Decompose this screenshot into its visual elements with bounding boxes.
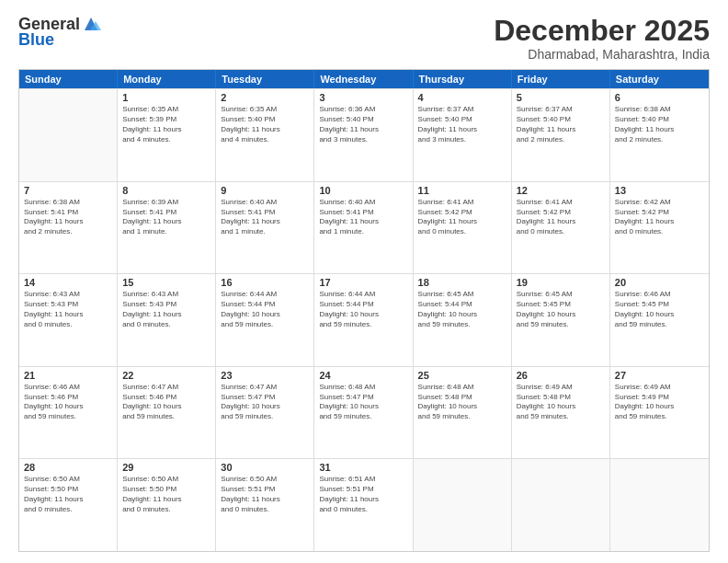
cell-info: Sunrise: 6:38 AMSunset: 5:40 PMDaylight:… bbox=[615, 105, 704, 144]
cell-info: Sunrise: 6:50 AMSunset: 5:50 PMDaylight:… bbox=[122, 475, 210, 514]
calendar-cell: 13Sunrise: 6:42 AMSunset: 5:42 PMDayligh… bbox=[610, 182, 709, 274]
calendar-cell: 7Sunrise: 6:38 AMSunset: 5:41 PMDaylight… bbox=[19, 182, 118, 274]
cell-info: Sunrise: 6:40 AMSunset: 5:41 PMDaylight:… bbox=[319, 198, 407, 237]
calendar-row-1: 1Sunrise: 6:35 AMSunset: 5:39 PMDaylight… bbox=[19, 88, 709, 181]
calendar-cell: 12Sunrise: 6:41 AMSunset: 5:42 PMDayligh… bbox=[512, 182, 610, 274]
calendar-cell bbox=[512, 459, 610, 551]
calendar-cell: 27Sunrise: 6:49 AMSunset: 5:49 PMDayligh… bbox=[610, 367, 709, 459]
logo: General Blue bbox=[18, 15, 101, 50]
header-day-thursday: Thursday bbox=[414, 70, 512, 88]
day-number: 10 bbox=[319, 185, 407, 196]
header-day-saturday: Saturday bbox=[610, 70, 709, 88]
calendar-cell: 10Sunrise: 6:40 AMSunset: 5:41 PMDayligh… bbox=[314, 182, 413, 274]
day-number: 30 bbox=[221, 462, 309, 473]
logo-icon bbox=[81, 14, 101, 34]
day-number: 9 bbox=[221, 185, 309, 196]
header-day-friday: Friday bbox=[512, 70, 610, 88]
cell-info: Sunrise: 6:51 AMSunset: 5:51 PMDaylight:… bbox=[319, 475, 407, 514]
day-number: 31 bbox=[319, 462, 407, 473]
day-number: 12 bbox=[517, 185, 605, 196]
calendar-cell bbox=[19, 89, 118, 181]
day-number: 11 bbox=[418, 185, 506, 196]
day-number: 2 bbox=[221, 92, 309, 103]
calendar-cell: 14Sunrise: 6:43 AMSunset: 5:43 PMDayligh… bbox=[19, 274, 118, 366]
day-number: 19 bbox=[517, 277, 605, 288]
cell-info: Sunrise: 6:36 AMSunset: 5:40 PMDaylight:… bbox=[319, 105, 407, 144]
day-number: 18 bbox=[418, 277, 506, 288]
calendar-cell: 25Sunrise: 6:48 AMSunset: 5:48 PMDayligh… bbox=[414, 367, 512, 459]
calendar-row-2: 7Sunrise: 6:38 AMSunset: 5:41 PMDaylight… bbox=[19, 181, 709, 274]
calendar-cell: 9Sunrise: 6:40 AMSunset: 5:41 PMDaylight… bbox=[216, 182, 314, 274]
calendar-cell: 19Sunrise: 6:45 AMSunset: 5:45 PMDayligh… bbox=[512, 274, 610, 366]
calendar-cell bbox=[414, 459, 512, 551]
cell-info: Sunrise: 6:37 AMSunset: 5:40 PMDaylight:… bbox=[517, 105, 605, 144]
calendar-cell: 29Sunrise: 6:50 AMSunset: 5:50 PMDayligh… bbox=[118, 459, 216, 551]
cell-info: Sunrise: 6:50 AMSunset: 5:51 PMDaylight:… bbox=[221, 475, 309, 514]
day-number: 23 bbox=[221, 370, 309, 381]
day-number: 4 bbox=[418, 92, 506, 103]
day-number: 7 bbox=[24, 185, 112, 196]
title-block: December 2025 Dharmabad, Maharashtra, In… bbox=[494, 15, 710, 62]
calendar: SundayMondayTuesdayWednesdayThursdayFrid… bbox=[18, 69, 710, 552]
cell-info: Sunrise: 6:39 AMSunset: 5:41 PMDaylight:… bbox=[122, 198, 210, 237]
calendar-cell: 31Sunrise: 6:51 AMSunset: 5:51 PMDayligh… bbox=[314, 459, 413, 551]
calendar-cell: 18Sunrise: 6:45 AMSunset: 5:44 PMDayligh… bbox=[414, 274, 512, 366]
cell-info: Sunrise: 6:38 AMSunset: 5:41 PMDaylight:… bbox=[24, 198, 112, 237]
cell-info: Sunrise: 6:46 AMSunset: 5:46 PMDaylight:… bbox=[24, 383, 112, 422]
calendar-cell: 30Sunrise: 6:50 AMSunset: 5:51 PMDayligh… bbox=[216, 459, 314, 551]
calendar-cell bbox=[610, 459, 709, 551]
cell-info: Sunrise: 6:41 AMSunset: 5:42 PMDaylight:… bbox=[517, 198, 605, 237]
calendar-header: SundayMondayTuesdayWednesdayThursdayFrid… bbox=[19, 70, 709, 88]
cell-info: Sunrise: 6:46 AMSunset: 5:45 PMDaylight:… bbox=[615, 290, 704, 329]
calendar-cell: 6Sunrise: 6:38 AMSunset: 5:40 PMDaylight… bbox=[610, 89, 709, 181]
cell-info: Sunrise: 6:37 AMSunset: 5:40 PMDaylight:… bbox=[418, 105, 506, 144]
calendar-cell: 21Sunrise: 6:46 AMSunset: 5:46 PMDayligh… bbox=[19, 367, 118, 459]
calendar-row-4: 21Sunrise: 6:46 AMSunset: 5:46 PMDayligh… bbox=[19, 366, 709, 459]
calendar-cell: 20Sunrise: 6:46 AMSunset: 5:45 PMDayligh… bbox=[610, 274, 709, 366]
calendar-cell: 26Sunrise: 6:49 AMSunset: 5:48 PMDayligh… bbox=[512, 367, 610, 459]
calendar-cell: 23Sunrise: 6:47 AMSunset: 5:47 PMDayligh… bbox=[216, 367, 314, 459]
day-number: 17 bbox=[319, 277, 407, 288]
day-number: 3 bbox=[319, 92, 407, 103]
cell-info: Sunrise: 6:35 AMSunset: 5:39 PMDaylight:… bbox=[122, 105, 210, 144]
calendar-row-5: 28Sunrise: 6:50 AMSunset: 5:50 PMDayligh… bbox=[19, 458, 709, 551]
day-number: 27 bbox=[615, 370, 704, 381]
calendar-cell: 2Sunrise: 6:35 AMSunset: 5:40 PMDaylight… bbox=[216, 89, 314, 181]
calendar-cell: 16Sunrise: 6:44 AMSunset: 5:44 PMDayligh… bbox=[216, 274, 314, 366]
cell-info: Sunrise: 6:49 AMSunset: 5:49 PMDaylight:… bbox=[615, 383, 704, 422]
calendar-cell: 4Sunrise: 6:37 AMSunset: 5:40 PMDaylight… bbox=[414, 89, 512, 181]
cell-info: Sunrise: 6:49 AMSunset: 5:48 PMDaylight:… bbox=[517, 383, 605, 422]
calendar-cell: 5Sunrise: 6:37 AMSunset: 5:40 PMDaylight… bbox=[512, 89, 610, 181]
calendar-cell: 15Sunrise: 6:43 AMSunset: 5:43 PMDayligh… bbox=[118, 274, 216, 366]
day-number: 16 bbox=[221, 277, 309, 288]
day-number: 13 bbox=[615, 185, 704, 196]
header: General Blue December 2025 Dharmabad, Ma… bbox=[18, 15, 710, 62]
day-number: 5 bbox=[517, 92, 605, 103]
day-number: 6 bbox=[615, 92, 704, 103]
cell-info: Sunrise: 6:47 AMSunset: 5:47 PMDaylight:… bbox=[221, 383, 309, 422]
cell-info: Sunrise: 6:42 AMSunset: 5:42 PMDaylight:… bbox=[615, 198, 704, 237]
day-number: 1 bbox=[122, 92, 210, 103]
cell-info: Sunrise: 6:45 AMSunset: 5:45 PMDaylight:… bbox=[517, 290, 605, 329]
header-day-tuesday: Tuesday bbox=[216, 70, 314, 88]
cell-info: Sunrise: 6:41 AMSunset: 5:42 PMDaylight:… bbox=[418, 198, 506, 237]
cell-info: Sunrise: 6:43 AMSunset: 5:43 PMDaylight:… bbox=[122, 290, 210, 329]
calendar-row-3: 14Sunrise: 6:43 AMSunset: 5:43 PMDayligh… bbox=[19, 273, 709, 366]
cell-info: Sunrise: 6:43 AMSunset: 5:43 PMDaylight:… bbox=[24, 290, 112, 329]
cell-info: Sunrise: 6:35 AMSunset: 5:40 PMDaylight:… bbox=[221, 105, 309, 144]
day-number: 26 bbox=[517, 370, 605, 381]
day-number: 15 bbox=[122, 277, 210, 288]
calendar-cell: 1Sunrise: 6:35 AMSunset: 5:39 PMDaylight… bbox=[118, 89, 216, 181]
cell-info: Sunrise: 6:45 AMSunset: 5:44 PMDaylight:… bbox=[418, 290, 506, 329]
header-day-sunday: Sunday bbox=[19, 70, 118, 88]
calendar-cell: 11Sunrise: 6:41 AMSunset: 5:42 PMDayligh… bbox=[414, 182, 512, 274]
calendar-cell: 22Sunrise: 6:47 AMSunset: 5:46 PMDayligh… bbox=[118, 367, 216, 459]
calendar-cell: 17Sunrise: 6:44 AMSunset: 5:44 PMDayligh… bbox=[314, 274, 413, 366]
calendar-cell: 3Sunrise: 6:36 AMSunset: 5:40 PMDaylight… bbox=[314, 89, 413, 181]
month-title: December 2025 bbox=[494, 15, 710, 47]
calendar-cell: 8Sunrise: 6:39 AMSunset: 5:41 PMDaylight… bbox=[118, 182, 216, 274]
day-number: 14 bbox=[24, 277, 112, 288]
calendar-cell: 24Sunrise: 6:48 AMSunset: 5:47 PMDayligh… bbox=[314, 367, 413, 459]
day-number: 21 bbox=[24, 370, 112, 381]
day-number: 8 bbox=[122, 185, 210, 196]
